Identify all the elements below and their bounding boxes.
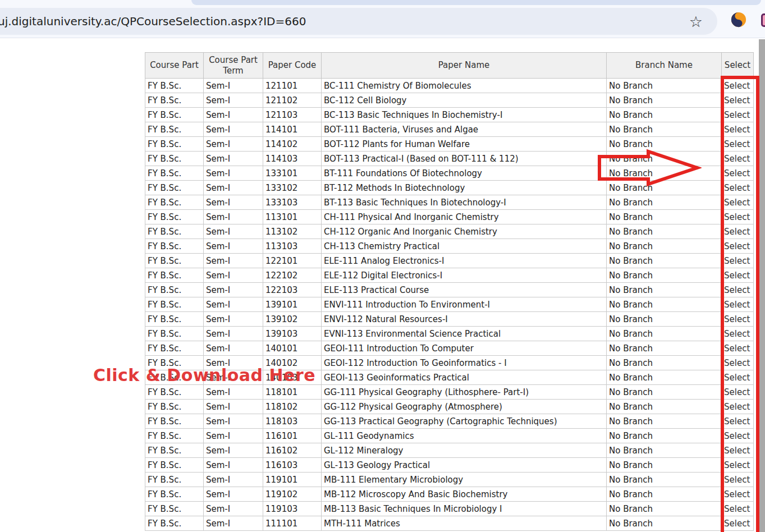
select-link[interactable]: Select [722, 443, 754, 458]
course-part-term-cell: Sem-I [204, 283, 263, 297]
table-row: FY B.Sc. Sem-I 140103 GEOI-113 Geoinform… [145, 370, 754, 385]
select-link[interactable]: Select [722, 312, 754, 327]
paper-name-cell: MB-112 Microscopy And Basic Biochemistry [322, 487, 607, 502]
bookmark-star-icon[interactable]: ☆ [689, 14, 703, 29]
branch-name-cell: No Branch [607, 458, 722, 473]
paper-name-cell: GG-111 Physical Geography (Lithosphere- … [322, 385, 607, 400]
select-link[interactable]: Select [722, 254, 754, 268]
select-link[interactable]: Select [722, 429, 754, 443]
course-part-cell: FY B.Sc. [145, 385, 204, 400]
course-part-cell: FY B.Sc. [145, 268, 204, 283]
select-link[interactable]: Select [722, 385, 754, 400]
table-row: FY B.Sc. Sem-I 113102 CH-112 Organic And… [145, 224, 754, 239]
paper-code-cell: 122102 [263, 268, 322, 283]
select-link[interactable]: Select [722, 327, 754, 341]
header-paper-name: Paper Name [322, 53, 607, 79]
course-part-term-cell: Sem-I [204, 108, 263, 122]
branch-name-cell: No Branch [607, 79, 722, 93]
select-link[interactable]: Select [722, 239, 754, 254]
branch-name-cell: No Branch [607, 502, 722, 516]
course-part-term-cell: Sem-I [204, 400, 263, 414]
header-course-part-term: Course Part Term [204, 53, 263, 79]
page-scrollbar[interactable] [759, 39, 765, 532]
paper-code-cell: 113101 [263, 210, 322, 224]
select-link[interactable]: Select [722, 370, 754, 385]
select-link[interactable]: Select [722, 122, 754, 137]
select-link[interactable]: Select [722, 108, 754, 122]
select-link[interactable]: Select [722, 93, 754, 108]
branch-name-cell: No Branch [607, 195, 722, 210]
course-part-term-cell: Sem-I [204, 268, 263, 283]
branch-name-cell: No Branch [607, 297, 722, 312]
paper-name-cell: GEOI-112 Introduction To Geoinformatics … [322, 356, 607, 370]
table-row: FY B.Sc. Sem-I 139101 ENVI-111 Introduct… [145, 297, 754, 312]
paper-code-cell: 118103 [263, 414, 322, 429]
branch-name-cell: No Branch [607, 93, 722, 108]
header-select: Select [722, 53, 754, 79]
select-link[interactable]: Select [722, 502, 754, 516]
select-link[interactable]: Select [722, 283, 754, 297]
select-link[interactable]: Select [722, 414, 754, 429]
branch-name-cell: No Branch [607, 108, 722, 122]
select-link[interactable]: Select [722, 195, 754, 210]
select-link[interactable]: Select [722, 224, 754, 239]
select-link[interactable]: Select [722, 516, 754, 531]
branch-name-cell: No Branch [607, 122, 722, 137]
select-link[interactable]: Select [722, 152, 754, 166]
paper-code-cell: 111101 [263, 516, 322, 531]
table-row: FY B.Sc. Sem-I 113103 CH-113 Chemistry P… [145, 239, 754, 254]
table-row: FY B.Sc. Sem-I 116102 GL-112 Mineralogy … [145, 443, 754, 458]
select-link[interactable]: Select [722, 356, 754, 370]
branch-name-cell: No Branch [607, 312, 722, 327]
branch-name-cell: No Branch [607, 239, 722, 254]
course-part-term-cell: Sem-I [204, 516, 263, 531]
select-link[interactable]: Select [722, 458, 754, 473]
paper-name-cell: CH-111 Physical And Inorganic Chemistry [322, 210, 607, 224]
table-row: FY B.Sc. Sem-I 111101 MTH-111 Matrices N… [145, 516, 754, 531]
paper-name-cell: GL-113 Geology Practical [322, 458, 607, 473]
paper-name-cell: EVNI-113 Environmental Science Practical [322, 327, 607, 341]
url-bar[interactable]: uj.digitaluniversity.ac/QPCourseSelectio… [0, 8, 717, 35]
course-part-term-cell: Sem-I [204, 473, 263, 487]
course-part-term-cell: Sem-I [204, 239, 263, 254]
paper-code-cell: 114101 [263, 122, 322, 137]
paper-name-cell: ELE-113 Practical Course [322, 283, 607, 297]
course-part-term-cell: Sem-I [204, 210, 263, 224]
table-row: FY B.Sc. Sem-I 118102 GG-112 Physical Ge… [145, 400, 754, 414]
course-part-cell: FY B.Sc. [145, 341, 204, 356]
course-part-cell: FY B.Sc. [145, 108, 204, 122]
select-link[interactable]: Select [722, 341, 754, 356]
paper-code-cell: 133101 [263, 166, 322, 181]
course-part-term-cell: Sem-I [204, 429, 263, 443]
course-part-cell: FY B.Sc. [145, 458, 204, 473]
course-part-term-cell: Sem-I [204, 370, 263, 385]
paper-code-cell: 116102 [263, 443, 322, 458]
course-part-cell: FY B.Sc. [145, 137, 204, 152]
select-link[interactable]: Select [722, 137, 754, 152]
table-row: FY B.Sc. Sem-I 118103 GG-113 Practical G… [145, 414, 754, 429]
branch-name-cell: No Branch [607, 137, 722, 152]
select-link[interactable]: Select [722, 79, 754, 93]
branch-name-cell: No Branch [607, 327, 722, 341]
select-link[interactable]: Select [722, 210, 754, 224]
select-link[interactable]: Select [722, 487, 754, 502]
select-link[interactable]: Select [722, 268, 754, 283]
select-link[interactable]: Select [722, 166, 754, 181]
branch-name-cell: No Branch [607, 370, 722, 385]
select-link[interactable]: Select [722, 297, 754, 312]
similarweb-extension-icon[interactable] [730, 11, 747, 28]
course-table-body: FY B.Sc. Sem-I 121101 BC-111 Chemistry O… [145, 79, 754, 531]
course-part-cell: FY B.Sc. [145, 400, 204, 414]
paper-name-cell: GG-112 Physical Geography (Atmosphere) [322, 400, 607, 414]
course-part-term-cell: Sem-I [204, 297, 263, 312]
branch-name-cell: No Branch [607, 341, 722, 356]
select-link[interactable]: Select [722, 473, 754, 487]
select-link[interactable]: Select [722, 400, 754, 414]
course-part-cell: FY B.Sc. [145, 195, 204, 210]
header-course-part: Course Part [145, 53, 204, 79]
partial-extension-icon[interactable] [761, 13, 765, 27]
course-part-cell: FY B.Sc. [145, 487, 204, 502]
paper-code-cell: 118101 [263, 385, 322, 400]
select-link[interactable]: Select [722, 181, 754, 195]
course-part-cell: FY B.Sc. [145, 224, 204, 239]
